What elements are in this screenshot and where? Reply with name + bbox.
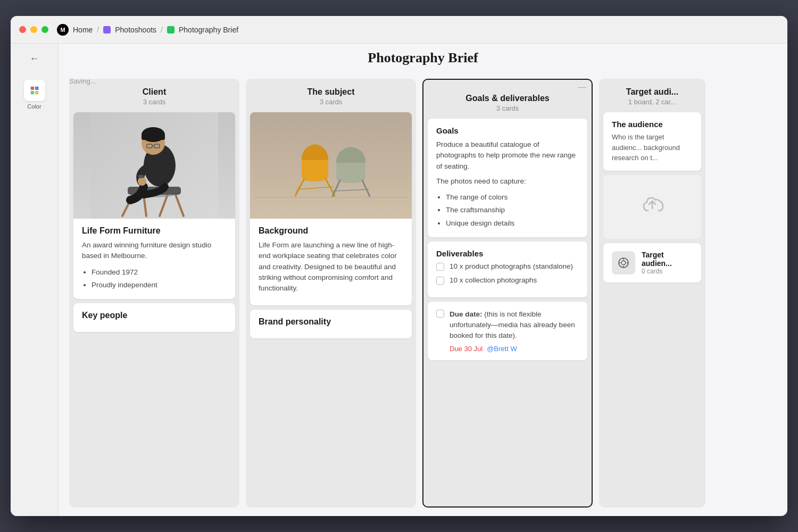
minimize-icon[interactable]: — xyxy=(578,83,586,92)
audience-card-text: Who is the target audienc... background … xyxy=(612,132,693,163)
life-form-list: Founded 1972 Proudly independent xyxy=(82,266,227,292)
goals-board-cards: Goals Produce a beautiful catalogue of p… xyxy=(423,114,592,506)
due-assignee: @Brett W xyxy=(487,345,517,353)
deliverable-item-2: 10 x collection photographs xyxy=(436,276,579,285)
deliverable-text-1: 10 x product photographs (standalone) xyxy=(450,262,573,270)
target-icon-label: Target audien... xyxy=(642,251,693,268)
color-icon xyxy=(29,85,40,96)
key-people-card: Key people xyxy=(73,303,235,332)
due-date-checkbox[interactable] xyxy=(436,310,444,318)
maximize-button[interactable] xyxy=(41,26,48,33)
target-icon-count: 0 cards xyxy=(642,268,693,275)
target-audience-count: 1 board, 2 car... xyxy=(608,98,697,106)
list-item: Proudly independent xyxy=(92,279,227,292)
sidebar: ← Color xyxy=(11,44,59,516)
svg-point-18 xyxy=(138,177,146,186)
checkbox-2[interactable] xyxy=(436,277,444,285)
key-people-title: Key people xyxy=(82,311,227,320)
svg-rect-20 xyxy=(254,112,408,216)
photoshoots-link[interactable]: Photoshoots xyxy=(115,26,156,34)
due-date-card: Due date: (this is not flexible unfortun… xyxy=(428,302,587,360)
subject-board-cards: Background Life Form are launching a new… xyxy=(246,108,416,508)
goals-card-title: Goals xyxy=(436,126,579,135)
brief-link[interactable]: Photography Brief xyxy=(179,26,238,34)
svg-rect-19 xyxy=(138,175,144,178)
upload-placeholder[interactable] xyxy=(603,175,701,239)
color-tool[interactable]: Color xyxy=(20,76,49,114)
due-date-row: Due date: (this is not flexible unfortun… xyxy=(436,309,579,353)
subject-board: The subject 3 cards xyxy=(246,79,416,508)
target-icon-info: Target audien... 0 cards xyxy=(642,251,693,275)
breadcrumb-sep-2: / xyxy=(161,26,163,34)
content-area: Saving... ← Color Photography Brief xyxy=(11,44,787,516)
minimize-button[interactable] xyxy=(30,26,37,33)
breadcrumb: M Home / Photoshoots / Photography Brief xyxy=(57,24,238,36)
page-title-bar: Photography Brief xyxy=(59,44,787,70)
chairs-container xyxy=(250,112,412,219)
goals-board-count: 3 cards xyxy=(432,104,583,112)
checkbox-1[interactable] xyxy=(436,263,444,271)
upload-icon xyxy=(639,192,665,222)
target-audience-cards: The audience Who is the target audienc..… xyxy=(599,108,705,287)
subject-board-count: 3 cards xyxy=(254,98,408,106)
breadcrumb-sep-1: / xyxy=(97,26,99,34)
list-item: The craftsmanship xyxy=(446,204,579,217)
titlebar: M Home / Photoshoots / Photography Brief xyxy=(11,16,787,44)
audience-card: The audience Who is the target audienc..… xyxy=(603,112,701,171)
brand-personality-body: Brand personality xyxy=(250,310,412,338)
background-text: Life Form are launching a new line of hi… xyxy=(259,240,403,294)
app-window: M Home / Photoshoots / Photography Brief… xyxy=(11,16,787,516)
photoshoots-dot xyxy=(103,26,111,34)
color-tool-label: Color xyxy=(27,103,41,110)
target-audience-title: Target audi... xyxy=(608,87,697,97)
svg-rect-3 xyxy=(35,91,38,94)
chairs-illustration xyxy=(254,112,408,216)
due-date-content: Due date: (this is not flexible unfortun… xyxy=(450,309,579,353)
saving-status: Saving... xyxy=(69,77,96,85)
svg-point-33 xyxy=(621,261,626,265)
background-card-body: Background Life Form are launching a new… xyxy=(250,219,412,305)
home-logo: M xyxy=(57,24,69,36)
life-form-card-body: Life Form Furniture An award winning fur… xyxy=(73,219,235,299)
goals-board: — Goals & deliverables 3 cards Goals Pro… xyxy=(422,79,593,508)
background-card: Background Life Form are launching a new… xyxy=(250,112,412,305)
due-meta: Due 30 Jul @Brett W xyxy=(450,345,579,353)
person-image xyxy=(73,112,235,219)
back-button[interactable]: ← xyxy=(26,50,43,67)
client-board: Client 3 cards xyxy=(69,79,239,508)
life-form-card: Life Form Furniture An award winning fur… xyxy=(73,112,235,299)
close-button[interactable] xyxy=(19,26,26,33)
traffic-lights xyxy=(19,26,48,33)
background-title: Background xyxy=(259,226,403,236)
due-date-text: Due date: (this is not flexible unfortun… xyxy=(450,309,579,342)
svg-rect-0 xyxy=(30,87,34,90)
svg-rect-2 xyxy=(30,91,34,94)
deliverable-item-1: 10 x product photographs (standalone) xyxy=(436,262,579,271)
deliverables-title: Deliverables xyxy=(436,249,579,258)
goals-capture-label: The photos need to capture: xyxy=(436,176,579,187)
list-item: The range of colors xyxy=(446,191,579,204)
brief-dot xyxy=(167,26,174,34)
person-illustration xyxy=(90,112,218,219)
due-date-value: Due 30 Jul xyxy=(450,345,483,353)
target-icon-card: Target audien... 0 cards xyxy=(603,243,701,282)
svg-rect-1 xyxy=(35,87,38,90)
goals-board-header: Goals & deliverables 3 cards xyxy=(423,92,592,114)
home-link[interactable]: Home xyxy=(73,26,93,34)
client-board-count: 3 cards xyxy=(78,98,231,106)
list-item: Unique design details xyxy=(446,217,579,230)
deliverables-card: Deliverables 10 x product photographs (s… xyxy=(428,242,587,297)
boards-area: Client 3 cards xyxy=(59,70,787,516)
brand-personality-card: Brand personality xyxy=(250,310,412,338)
client-board-title: Client xyxy=(78,87,231,97)
main-content: Photography Brief Client 3 cards xyxy=(59,44,787,516)
chairs-image xyxy=(250,112,412,219)
goals-board-title: Goals & deliverables xyxy=(432,94,583,103)
key-people-body: Key people xyxy=(73,303,235,332)
target-audience-header: Target audi... 1 board, 2 car... xyxy=(599,79,705,108)
goals-card: Goals Produce a beautiful catalogue of p… xyxy=(428,119,587,237)
target-crosshair-icon xyxy=(617,256,630,269)
subject-board-header: The subject 3 cards xyxy=(246,79,416,108)
person-container xyxy=(73,112,235,219)
client-board-cards: Life Form Furniture An award winning fur… xyxy=(69,108,239,508)
